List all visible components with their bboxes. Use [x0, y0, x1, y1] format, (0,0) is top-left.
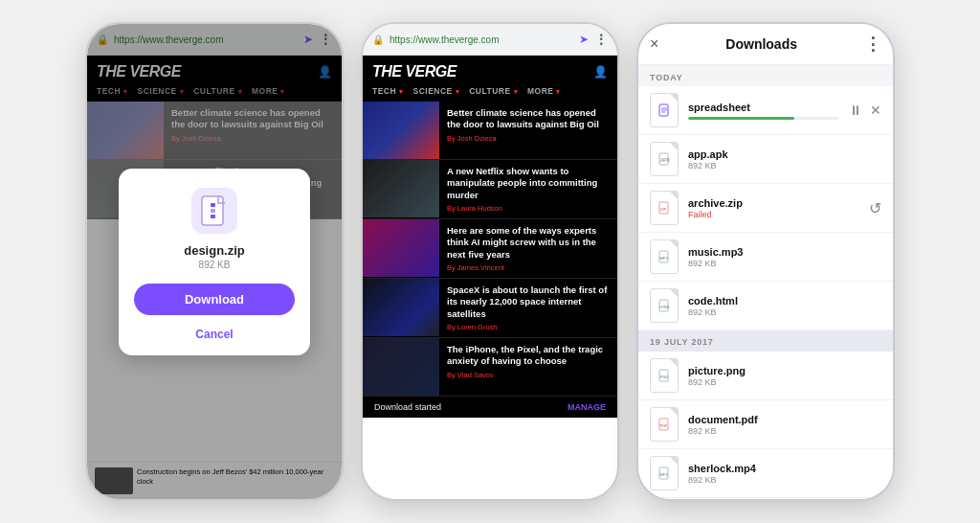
phone-1-shell: 🔒 https://www.theverge.com ➤ ⋮ THE VERGE… [85, 22, 344, 501]
news-title-2-3: SpaceX is about to launch the first of i… [447, 284, 610, 320]
dl-info-apk: app.apk 892 KB [688, 148, 881, 171]
dl-icon-pdf: PDF [650, 407, 679, 442]
dl-info-mp4: sherlock.mp4 892 KB [688, 463, 881, 485]
user-icon-2: 👤 [593, 65, 608, 79]
dl-info-html: code.html 892 KB [688, 295, 881, 317]
svg-rect-1 [211, 203, 215, 207]
news-text-2-0: Better climate science has opened the do… [439, 102, 617, 159]
news-title-2-0: Better climate science has opened the do… [447, 107, 610, 131]
dl-name-html: code.html [688, 295, 881, 307]
phone-3: × Downloads ⋮ TODAY spreadsheet [636, 22, 895, 501]
dl-size-html: 892 KB [688, 307, 881, 317]
news-item-2-3[interactable]: SpaceX is about to launch the first of i… [363, 279, 617, 338]
news-item-2-4[interactable]: The iPhone, the Pixel, and the tragic an… [363, 338, 617, 397]
dl-size-pdf: 892 KB [688, 426, 881, 436]
news-text-2-1: A new Netflix show wants to manipulate p… [439, 160, 617, 218]
svg-rect-2 [211, 209, 215, 213]
news-item-2-1[interactable]: A new Netflix show wants to manipulate p… [363, 160, 617, 219]
manage-button[interactable]: MANAGE [568, 402, 606, 412]
dl-item-mp3[interactable]: MP3 music.mp3 892 KB [638, 233, 893, 282]
news-text-2-2: Here are some of the ways experts think … [439, 219, 617, 278]
nav-more-2[interactable]: MORE ▾ [527, 86, 561, 96]
dl-icon-png: PNG [650, 358, 679, 393]
news-image-spacex [363, 279, 439, 336]
dl-item-mp4[interactable]: MP4 sherlock.mp4 892 KB [638, 449, 893, 498]
news-title-2-4: The iPhone, the Pixel, and the tragic an… [447, 344, 610, 368]
dl-name-spreadsheet: spreadsheet [688, 102, 839, 113]
news-byline-2-3: By Loren Grush [447, 323, 610, 331]
bottom-bar-2: Download started MANAGE [363, 397, 617, 418]
news-byline-2-1: By Laura Hudson [447, 204, 610, 213]
verge-nav-2: TECH ▾ SCIENCE ▾ CULTURE ▾ MORE ▾ [372, 86, 608, 96]
dl-item-pdf[interactable]: PDF document.pdf 892 KB [638, 400, 893, 449]
news-item-2-0[interactable]: Better climate science has opened the do… [363, 102, 617, 160]
phone-1: 🔒 https://www.theverge.com ➤ ⋮ THE VERGE… [85, 22, 344, 501]
section-july: 19 JULY 2017 [638, 330, 893, 352]
svg-text:APK: APK [660, 157, 670, 163]
news-image-ai [363, 219, 439, 277]
dl-icon-html: HTML [650, 288, 679, 323]
url-bar-2[interactable]: https://www.theverge.com [390, 34, 573, 45]
dl-item-html[interactable]: HTML code.html 892 KB [638, 282, 893, 330]
more-icon-2[interactable]: ⋮ [594, 32, 608, 47]
dl-icon-apk: APK [650, 142, 679, 176]
svg-text:MP3: MP3 [660, 256, 669, 261]
dl-name-zip: archive.zip [688, 197, 859, 209]
downloads-panel: × Downloads ⋮ TODAY spreadsheet [638, 24, 893, 499]
dl-info-pdf: document.pdf 892 KB [688, 414, 881, 436]
news-title-2-1: A new Netflix show wants to manipulate p… [447, 166, 610, 201]
dl-size-png: 892 KB [688, 377, 881, 387]
dl-info-png: picture.png 892 KB [688, 365, 881, 387]
dl-item-png[interactable]: PNG picture.png 892 KB [638, 352, 893, 400]
dl-name-apk: app.apk [688, 148, 881, 160]
dl-item-doc[interactable]: DOC spreadsheet.doc 892 KB [638, 498, 893, 499]
dl-icon-zip: ZIP [650, 191, 679, 225]
dialog-filename: design.zip [134, 243, 295, 258]
dl-item-apk[interactable]: APK app.apk 892 KB [638, 135, 893, 184]
nav-science-2[interactable]: SCIENCE ▾ [413, 86, 460, 96]
scene: 🔒 https://www.theverge.com ➤ ⋮ THE VERGE… [66, 3, 914, 520]
send-icon-2: ➤ [579, 33, 589, 46]
pause-button[interactable]: ⏸ [849, 102, 862, 118]
news-byline-2-2: By James Vincent [447, 263, 610, 272]
close-button[interactable]: × [650, 35, 658, 53]
news-byline-2-0: By Josh Dzieza [447, 134, 610, 143]
section-today: TODAY [638, 65, 893, 86]
dl-item-zip[interactable]: ZIP archive.zip Failed ↺ [638, 184, 893, 233]
download-button[interactable]: Download [134, 284, 295, 315]
nav-tech-2[interactable]: TECH ▾ [372, 86, 404, 96]
news-image-iphone [363, 338, 439, 396]
news-item-2-2[interactable]: Here are some of the ways experts think … [363, 219, 617, 279]
news-byline-2-4: By Vlad Savov [447, 371, 610, 379]
dl-name-mp4: sherlock.mp4 [688, 463, 881, 474]
nav-culture-2[interactable]: CULTURE ▾ [469, 86, 518, 96]
lock-icon-2: 🔒 [372, 34, 384, 45]
verge-header-2: THE VERGE 👤 TECH ▾ SCIENCE ▾ CULTURE ▾ M… [363, 56, 617, 102]
svg-text:PDF: PDF [660, 423, 669, 428]
downloads-more-button[interactable]: ⋮ [864, 34, 881, 55]
download-dialog: design.zip 892 KB Download Cancel [119, 169, 310, 355]
phone-3-shell: × Downloads ⋮ TODAY spreadsheet [636, 22, 895, 501]
dl-size-mp3: 892 KB [688, 259, 881, 268]
dialog-zip-icon [191, 188, 237, 234]
dl-icon-spreadsheet [650, 93, 679, 127]
svg-text:MP4: MP4 [660, 472, 669, 477]
download-started-label: Download started [374, 402, 441, 412]
svg-text:PNG: PNG [660, 375, 669, 379]
news-image-netflix-2 [363, 160, 439, 217]
downloads-title: Downloads [658, 36, 864, 52]
browser-bar-2: 🔒 https://www.theverge.com ➤ ⋮ [363, 24, 617, 56]
cancel-button[interactable]: Cancel [195, 328, 233, 341]
dl-name-pdf: document.pdf [688, 414, 881, 425]
dl-info-mp3: music.mp3 892 KB [688, 246, 881, 268]
retry-button[interactable]: ↺ [869, 199, 881, 217]
dl-actions-spreadsheet: ⏸ ✕ [849, 102, 881, 118]
dl-item-spreadsheet[interactable]: spreadsheet ⏸ ✕ [638, 86, 893, 135]
dl-info-zip: archive.zip Failed [688, 197, 859, 219]
dl-info-spreadsheet: spreadsheet [688, 102, 839, 120]
news-text-2-3: SpaceX is about to launch the first of i… [439, 279, 617, 337]
dl-size-apk: 892 KB [688, 161, 881, 171]
downloads-header: × Downloads ⋮ [638, 24, 893, 65]
close-dl-button[interactable]: ✕ [870, 102, 881, 118]
svg-text:HTML: HTML [659, 305, 670, 309]
